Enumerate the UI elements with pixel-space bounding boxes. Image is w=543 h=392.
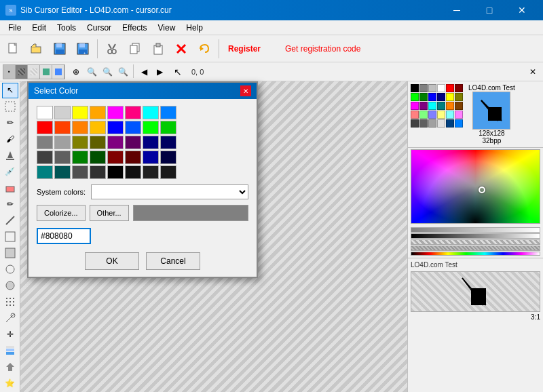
color-cell[interactable] [37,121,53,134]
ok-button[interactable]: OK [85,252,139,270]
color-cell[interactable] [90,165,106,179]
color-cell[interactable] [125,165,141,179]
color-cell[interactable] [54,121,71,134]
color-cell[interactable] [125,106,141,119]
dialog-close-button[interactable]: ✕ [240,85,251,96]
color-cell[interactable] [90,136,106,149]
system-colors-label: System colors: [37,188,86,196]
hex-input-row [37,228,248,244]
color-cell[interactable] [160,151,176,164]
cancel-button[interactable]: Cancel [146,252,200,270]
color-cell[interactable] [37,106,53,119]
color-cell[interactable] [90,121,106,134]
dialog-title-text: Select Color [34,86,78,96]
other-button[interactable]: Other... [90,205,129,221]
system-colors-row: System colors: [37,184,248,199]
color-cell[interactable] [107,121,124,134]
color-cell[interactable] [143,106,159,119]
color-cell[interactable] [72,165,88,179]
color-cell[interactable] [54,136,71,149]
color-cell[interactable] [160,121,176,134]
dialog-title-bar[interactable]: Select Color ✕ [29,83,257,99]
color-cell[interactable] [54,151,71,164]
color-cell[interactable] [160,165,176,179]
color-cell[interactable] [143,136,159,149]
color-cell[interactable] [125,136,141,149]
color-grid [37,106,248,179]
system-colors-select[interactable] [91,184,248,199]
color-cell[interactable] [125,121,141,134]
color-cell[interactable] [37,165,53,179]
color-cell[interactable] [107,106,124,119]
custom-color-preview [133,205,248,221]
select-color-dialog: Select Color ✕ [27,81,258,278]
color-cell[interactable] [37,136,53,149]
color-cell[interactable] [143,121,159,134]
color-cell[interactable] [72,151,88,164]
color-cell[interactable] [37,151,53,164]
color-cell[interactable] [90,106,106,119]
colorize-row: Colorize... Other... [37,205,248,221]
color-cell[interactable] [143,165,159,179]
color-cell[interactable] [54,106,71,119]
color-cell[interactable] [143,151,159,164]
color-cell[interactable] [107,151,124,164]
color-cell[interactable] [125,151,141,164]
color-cell[interactable] [160,136,176,149]
color-cell[interactable] [72,136,88,149]
hex-input[interactable] [37,228,91,244]
dialog-buttons: OK Cancel [37,252,248,270]
dialog-overlay: Select Color ✕ [0,0,543,392]
color-cell[interactable] [160,106,176,119]
color-cell[interactable] [72,106,88,119]
color-cell[interactable] [90,151,106,164]
color-cell[interactable] [72,121,88,134]
colorize-button[interactable]: Colorize... [37,205,86,221]
color-cell[interactable] [54,165,71,179]
dialog-body: System colors: Colorize... Other... OK C… [29,99,257,277]
color-cell[interactable] [107,165,124,179]
color-cell[interactable] [107,136,124,149]
